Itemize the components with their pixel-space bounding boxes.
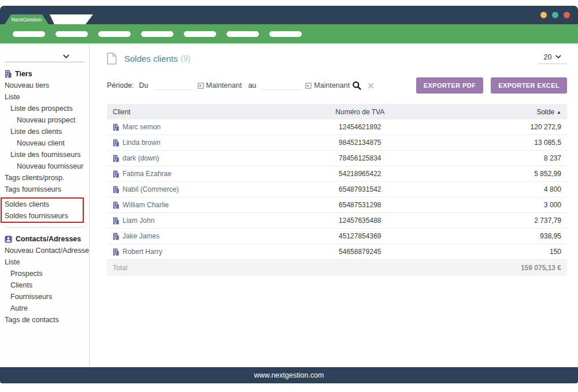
section-title-label: Tiers [15, 70, 32, 78]
solde-value: 4 800 [429, 185, 567, 193]
sidebar-item-nouveau-fournisseur[interactable]: Nouveau fournisseur [0, 160, 89, 172]
sidebar-item-liste[interactable]: Liste [0, 91, 89, 103]
period-to-input[interactable] [262, 81, 301, 90]
page-icon [107, 53, 117, 65]
nav-menu [13, 31, 302, 37]
now-link-from[interactable]: Maintenant [206, 81, 242, 89]
sidebar-section-contacts[interactable]: Contacts/Adresses [0, 233, 89, 245]
total-row: Total 159 075,13 € [107, 260, 567, 276]
app-window: NextGestion Tiers [0, 0, 578, 392]
client-link[interactable]: Liam John [123, 216, 154, 225]
sidebar-item-nouveau-contact[interactable]: Nouveau Contact/Adresse [0, 245, 89, 256]
building-icon [113, 186, 119, 193]
window-titlebar: NextGestion [0, 6, 578, 24]
minimize-button[interactable] [540, 12, 547, 18]
section-title-label: Contacts/Adresses [16, 235, 81, 243]
close-button[interactable] [564, 12, 570, 18]
solde-value: 8 237 [429, 154, 567, 162]
tva-value: 78456125834 [291, 154, 429, 162]
table-row: William Charlie 65487531298 3 000 [107, 197, 567, 213]
nav-pill[interactable] [269, 31, 302, 37]
sidebar-item-fournisseurs[interactable]: Fournisseurs [0, 291, 89, 303]
sort-asc-icon: ▲ [557, 110, 561, 115]
brand-tab[interactable]: NextGestion [5, 14, 49, 24]
tva-value: 12457635488 [291, 216, 429, 225]
nav-pill[interactable] [98, 31, 131, 37]
total-value: 159 075,13 € [429, 264, 567, 272]
sidebar-item-autre[interactable]: Autre [0, 303, 89, 314]
client-link[interactable]: Linda brown [123, 139, 160, 147]
tva-value: 54658879245 [291, 248, 429, 256]
building-icon [113, 124, 119, 131]
highlight-box: Soldes clients Soldes fournisseurs [1, 197, 84, 223]
column-header-client[interactable]: Client [107, 108, 291, 116]
tva-value: 12454621892 [291, 123, 429, 131]
search-icon[interactable] [352, 81, 361, 90]
sidebar-item-tags-contacts[interactable]: Tags de contacts [0, 314, 89, 326]
column-header-solde[interactable]: Solde▲ [429, 108, 567, 116]
sidebar-item-nouveau-prospect[interactable]: Nouveau prospect [0, 114, 89, 126]
period-label: Période: [107, 81, 134, 89]
table-row: Robert Harry 54658879245 150 [107, 244, 567, 260]
from-label: Du [139, 81, 149, 89]
balances-table: Client Numéro de TVA Solde▲ Marc semon 1… [107, 104, 567, 276]
export-excel-button[interactable]: EXPORTER EXCEL [491, 77, 567, 94]
column-header-tva[interactable]: Numéro de TVA [291, 108, 429, 116]
nav-pill[interactable] [55, 31, 88, 37]
solde-value: 13 085,5 [429, 139, 567, 147]
export-actions: EXPORTER PDF EXPORTER EXCEL [416, 77, 567, 94]
sidebar-item-prospects[interactable]: Prospects [0, 268, 89, 279]
sidebar-divider [5, 227, 84, 227]
sidebar-item-soldes-clients[interactable]: Soldes clients [2, 199, 83, 210]
total-label: Total [107, 264, 291, 272]
client-link[interactable]: William Charlie [123, 201, 169, 209]
sidebar-item-liste-fournisseurs[interactable]: Liste des fournisseurs [0, 149, 89, 160]
client-link[interactable]: Nabil (Commerce) [123, 185, 179, 193]
sidebar-item-soldes-fournisseurs[interactable]: Soldes fournisseurs [2, 210, 83, 222]
result-count: (9) [181, 54, 191, 63]
export-pdf-button[interactable]: EXPORTER PDF [416, 77, 483, 94]
sidebar-item-liste-prospects[interactable]: Liste des prospects [0, 103, 89, 114]
sidebar-item-clients[interactable]: Clients [0, 279, 89, 291]
client-link[interactable]: Jake James [123, 232, 160, 240]
nav-pill[interactable] [13, 31, 45, 37]
footer-url: www.nextgestion.com [254, 371, 324, 379]
now-link-to[interactable]: Maintenant [314, 81, 350, 89]
table-row: Fatima Ezahrae 54218965422 5 852,99 [107, 166, 567, 182]
sidebar-collapse-select[interactable] [5, 52, 84, 62]
sidebar-item-tags-fournisseurs[interactable]: Tags fournisseurs [0, 184, 89, 195]
page-size-select[interactable]: 20 [538, 53, 567, 64]
table-header-row: Client Numéro de TVA Solde▲ [107, 104, 567, 120]
page-title: Soldes clients [124, 54, 178, 64]
maximize-button[interactable] [552, 12, 558, 18]
nav-pill[interactable] [141, 31, 173, 37]
sidebar-section-tiers[interactable]: Tiers [0, 68, 89, 80]
tva-value: 45127854369 [291, 232, 429, 240]
client-link[interactable]: dark (down) [123, 154, 159, 162]
table-row: Linda brown 98452134875 13 085,5 [107, 135, 567, 151]
page-body: Tiers Nouveau tiers Liste Liste des pros… [0, 43, 578, 367]
client-link[interactable]: Fatima Ezahrae [123, 170, 172, 178]
main-content: Soldes clients (9) 20 Période: Du Mainte… [90, 44, 578, 367]
nav-pill[interactable] [184, 31, 216, 37]
chevron-down-icon [63, 54, 69, 59]
sidebar-item-nouveau-tiers[interactable]: Nouveau tiers [0, 80, 89, 91]
table-row: Marc semon 12454621892 120 272,9 [107, 120, 567, 135]
building-icon [113, 139, 119, 147]
sidebar-item-liste-contacts[interactable]: Liste [0, 256, 89, 268]
tva-value: 98452134875 [291, 139, 429, 147]
blank-tab[interactable] [50, 14, 93, 24]
close-icon[interactable] [368, 83, 374, 89]
building-icon [113, 248, 119, 256]
tva-value: 65487931542 [291, 185, 429, 193]
nav-pill[interactable] [227, 31, 259, 37]
sidebar-item-tags-clients[interactable]: Tags clients/prosp. [0, 172, 89, 184]
solde-value: 150 [429, 248, 567, 256]
solde-value: 120 272,9 [429, 123, 567, 131]
brand-label: NextGestion [12, 16, 42, 23]
period-from-input[interactable] [155, 81, 193, 90]
sidebar-item-liste-clients[interactable]: Liste des clients [0, 126, 89, 137]
sidebar-item-nouveau-client[interactable]: Nouveau client [0, 137, 89, 149]
client-link[interactable]: Marc semon [123, 123, 161, 131]
client-link[interactable]: Robert Harry [123, 248, 162, 256]
